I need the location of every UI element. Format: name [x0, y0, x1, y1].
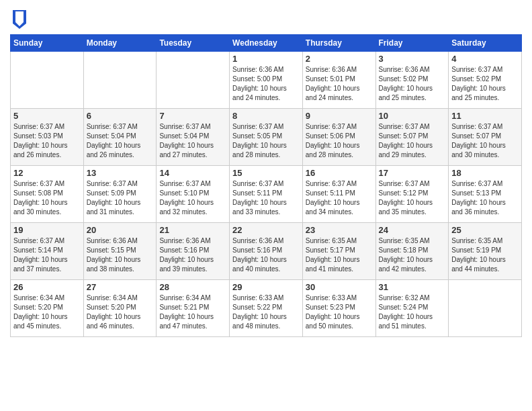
calendar-cell: 4Sunrise: 6:37 AM Sunset: 5:02 PM Daylig… — [449, 52, 522, 109]
cell-info: Sunrise: 6:37 AM Sunset: 5:13 PM Dayligh… — [451, 179, 519, 217]
cell-date: 7 — [159, 111, 226, 121]
cell-date: 10 — [379, 111, 446, 121]
calendar-cell: 16Sunrise: 6:37 AM Sunset: 5:11 PM Dayli… — [302, 166, 375, 223]
cell-date: 2 — [306, 54, 373, 64]
cell-info: Sunrise: 6:37 AM Sunset: 5:14 PM Dayligh… — [13, 236, 81, 274]
cell-date: 31 — [379, 282, 446, 292]
cell-date: 6 — [87, 111, 154, 121]
cell-info: Sunrise: 6:37 AM Sunset: 5:11 PM Dayligh… — [232, 179, 300, 217]
calendar-cell: 30Sunrise: 6:33 AM Sunset: 5:23 PM Dayli… — [302, 280, 375, 337]
cell-info: Sunrise: 6:33 AM Sunset: 5:22 PM Dayligh… — [232, 293, 300, 331]
weekday-header-wednesday: Wednesday — [230, 35, 303, 52]
weekday-header-monday: Monday — [83, 35, 157, 52]
weekday-header-tuesday: Tuesday — [157, 35, 230, 52]
cell-date: 23 — [306, 225, 373, 235]
cell-date: 30 — [306, 282, 373, 292]
calendar-cell: 19Sunrise: 6:37 AM Sunset: 5:14 PM Dayli… — [11, 223, 84, 280]
cell-date: 14 — [159, 168, 226, 178]
calendar-cell: 1Sunrise: 6:36 AM Sunset: 5:00 PM Daylig… — [230, 52, 303, 109]
calendar-cell: 31Sunrise: 6:32 AM Sunset: 5:24 PM Dayli… — [375, 280, 449, 337]
cell-info: Sunrise: 6:32 AM Sunset: 5:24 PM Dayligh… — [379, 293, 446, 331]
cell-info: Sunrise: 6:34 AM Sunset: 5:20 PM Dayligh… — [87, 293, 154, 331]
calendar-cell — [83, 52, 157, 109]
cell-info: Sunrise: 6:37 AM Sunset: 5:04 PM Dayligh… — [159, 122, 226, 160]
cell-date: 24 — [379, 225, 446, 235]
cell-info: Sunrise: 6:33 AM Sunset: 5:23 PM Dayligh… — [306, 293, 373, 331]
calendar-cell: 13Sunrise: 6:37 AM Sunset: 5:09 PM Dayli… — [83, 166, 157, 223]
calendar-cell: 26Sunrise: 6:34 AM Sunset: 5:20 PM Dayli… — [11, 280, 84, 337]
calendar-cell: 24Sunrise: 6:35 AM Sunset: 5:18 PM Dayli… — [375, 223, 449, 280]
cell-date: 20 — [87, 225, 154, 235]
cell-info: Sunrise: 6:35 AM Sunset: 5:19 PM Dayligh… — [451, 236, 519, 274]
cell-date: 13 — [87, 168, 154, 178]
calendar-cell: 21Sunrise: 6:36 AM Sunset: 5:16 PM Dayli… — [157, 223, 230, 280]
cell-info: Sunrise: 6:36 AM Sunset: 5:00 PM Dayligh… — [232, 65, 300, 103]
cell-info: Sunrise: 6:37 AM Sunset: 5:09 PM Dayligh… — [87, 179, 154, 217]
calendar-cell: 17Sunrise: 6:37 AM Sunset: 5:12 PM Dayli… — [375, 166, 449, 223]
cell-info: Sunrise: 6:36 AM Sunset: 5:15 PM Dayligh… — [87, 236, 154, 274]
calendar-cell: 22Sunrise: 6:36 AM Sunset: 5:16 PM Dayli… — [230, 223, 303, 280]
cell-info: Sunrise: 6:36 AM Sunset: 5:16 PM Dayligh… — [232, 236, 300, 274]
calendar-cell: 23Sunrise: 6:35 AM Sunset: 5:17 PM Dayli… — [302, 223, 375, 280]
calendar-cell — [11, 52, 84, 109]
cell-info: Sunrise: 6:34 AM Sunset: 5:20 PM Dayligh… — [13, 293, 81, 331]
cell-date: 26 — [13, 282, 81, 292]
logo-icon — [13, 10, 26, 29]
cell-date: 22 — [232, 225, 300, 235]
cell-date: 11 — [451, 111, 519, 121]
calendar-row-3: 19Sunrise: 6:37 AM Sunset: 5:14 PM Dayli… — [11, 223, 522, 280]
weekday-header-friday: Friday — [375, 35, 449, 52]
calendar-cell: 2Sunrise: 6:36 AM Sunset: 5:01 PM Daylig… — [302, 52, 375, 109]
cell-date: 15 — [232, 168, 300, 178]
calendar-header-row: SundayMondayTuesdayWednesdayThursdayFrid… — [11, 35, 522, 52]
calendar-cell: 28Sunrise: 6:34 AM Sunset: 5:21 PM Dayli… — [157, 280, 230, 337]
header — [10, 7, 522, 29]
calendar-cell: 25Sunrise: 6:35 AM Sunset: 5:19 PM Dayli… — [449, 223, 522, 280]
weekday-header-sunday: Sunday — [11, 35, 84, 52]
cell-info: Sunrise: 6:36 AM Sunset: 5:16 PM Dayligh… — [159, 236, 226, 274]
cell-info: Sunrise: 6:37 AM Sunset: 5:10 PM Dayligh… — [159, 179, 226, 217]
cell-info: Sunrise: 6:37 AM Sunset: 5:11 PM Dayligh… — [306, 179, 373, 217]
weekday-header-thursday: Thursday — [302, 35, 375, 52]
cell-date: 9 — [306, 111, 373, 121]
cell-info: Sunrise: 6:37 AM Sunset: 5:07 PM Dayligh… — [451, 122, 519, 160]
calendar-cell: 18Sunrise: 6:37 AM Sunset: 5:13 PM Dayli… — [449, 166, 522, 223]
cell-info: Sunrise: 6:37 AM Sunset: 5:08 PM Dayligh… — [13, 179, 81, 217]
cell-date: 28 — [159, 282, 226, 292]
calendar-cell: 3Sunrise: 6:36 AM Sunset: 5:02 PM Daylig… — [375, 52, 449, 109]
cell-info: Sunrise: 6:37 AM Sunset: 5:06 PM Dayligh… — [306, 122, 373, 160]
calendar-row-4: 26Sunrise: 6:34 AM Sunset: 5:20 PM Dayli… — [11, 280, 522, 337]
calendar-cell: 14Sunrise: 6:37 AM Sunset: 5:10 PM Dayli… — [157, 166, 230, 223]
cell-date: 5 — [13, 111, 81, 121]
cell-date: 3 — [379, 54, 446, 64]
calendar-row-0: 1Sunrise: 6:36 AM Sunset: 5:00 PM Daylig… — [11, 52, 522, 109]
cell-info: Sunrise: 6:35 AM Sunset: 5:17 PM Dayligh… — [306, 236, 373, 274]
cell-date: 18 — [451, 168, 519, 178]
calendar-cell: 27Sunrise: 6:34 AM Sunset: 5:20 PM Dayli… — [83, 280, 157, 337]
weekday-header-saturday: Saturday — [449, 35, 522, 52]
cell-date: 27 — [87, 282, 154, 292]
calendar-cell: 5Sunrise: 6:37 AM Sunset: 5:03 PM Daylig… — [11, 109, 84, 166]
logo — [10, 10, 26, 29]
calendar-row-1: 5Sunrise: 6:37 AM Sunset: 5:03 PM Daylig… — [11, 109, 522, 166]
cell-date: 4 — [451, 54, 519, 64]
cell-info: Sunrise: 6:36 AM Sunset: 5:01 PM Dayligh… — [306, 65, 373, 103]
cell-info: Sunrise: 6:37 AM Sunset: 5:02 PM Dayligh… — [451, 65, 519, 103]
calendar-cell: 12Sunrise: 6:37 AM Sunset: 5:08 PM Dayli… — [11, 166, 84, 223]
cell-date: 17 — [379, 168, 446, 178]
calendar-row-2: 12Sunrise: 6:37 AM Sunset: 5:08 PM Dayli… — [11, 166, 522, 223]
cell-date: 1 — [232, 54, 300, 64]
cell-info: Sunrise: 6:37 AM Sunset: 5:04 PM Dayligh… — [87, 122, 154, 160]
cell-date: 16 — [306, 168, 373, 178]
cell-date: 8 — [232, 111, 300, 121]
calendar-table: SundayMondayTuesdayWednesdayThursdayFrid… — [10, 34, 522, 337]
calendar-cell: 11Sunrise: 6:37 AM Sunset: 5:07 PM Dayli… — [449, 109, 522, 166]
calendar-cell: 10Sunrise: 6:37 AM Sunset: 5:07 PM Dayli… — [375, 109, 449, 166]
calendar-cell: 9Sunrise: 6:37 AM Sunset: 5:06 PM Daylig… — [302, 109, 375, 166]
calendar-cell: 8Sunrise: 6:37 AM Sunset: 5:05 PM Daylig… — [230, 109, 303, 166]
calendar-cell: 15Sunrise: 6:37 AM Sunset: 5:11 PM Dayli… — [230, 166, 303, 223]
cell-date: 21 — [159, 225, 226, 235]
calendar-cell — [449, 280, 522, 337]
calendar-cell: 7Sunrise: 6:37 AM Sunset: 5:04 PM Daylig… — [157, 109, 230, 166]
calendar-cell: 6Sunrise: 6:37 AM Sunset: 5:04 PM Daylig… — [83, 109, 157, 166]
